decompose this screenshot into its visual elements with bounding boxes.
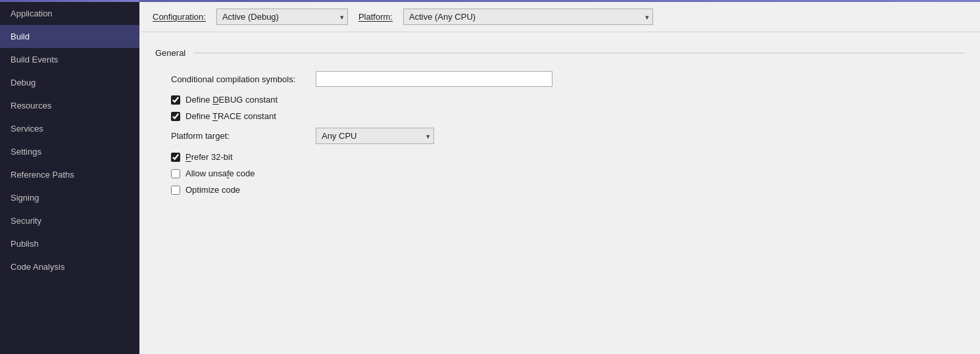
optimize-code-row: Optimize code bbox=[155, 185, 964, 195]
sidebar-item-build[interactable]: Build bbox=[0, 25, 139, 48]
sidebar-item-application[interactable]: Application bbox=[0, 2, 139, 25]
general-section-header: General bbox=[155, 48, 964, 58]
platform-select-wrapper: Active (Any CPU) Any CPU x86 x64 ▾ bbox=[403, 9, 653, 25]
platform-target-select[interactable]: Any CPU x86 x64 ARM bbox=[316, 128, 434, 144]
configuration-label: Configuration: bbox=[153, 12, 206, 22]
prefer-32bit-label: Prefer 32-bit bbox=[185, 152, 233, 162]
main-panel: Configuration: Active (Debug) Debug Rele… bbox=[139, 0, 980, 354]
sidebar-item-build-events[interactable]: Build Events bbox=[0, 48, 139, 71]
define-trace-checkbox[interactable] bbox=[171, 112, 180, 121]
define-debug-row: Define DEBUG constant bbox=[155, 95, 964, 105]
general-section-title: General bbox=[155, 48, 185, 58]
config-bar: Configuration: Active (Debug) Debug Rele… bbox=[139, 2, 980, 32]
sidebar-item-publish[interactable]: Publish bbox=[0, 232, 139, 255]
sidebar-item-debug[interactable]: Debug bbox=[0, 71, 139, 94]
platform-target-label: Platform target: bbox=[171, 131, 316, 141]
sidebar-item-settings[interactable]: Settings bbox=[0, 140, 139, 163]
conditional-symbols-row: Conditional compilation symbols: bbox=[155, 71, 964, 87]
sidebar-item-security[interactable]: Security bbox=[0, 209, 139, 232]
sidebar: Application Build Build Events Debug Res… bbox=[0, 0, 139, 354]
general-section-line bbox=[193, 53, 964, 53]
sidebar-item-reference-paths[interactable]: Reference Paths bbox=[0, 163, 139, 186]
prefer-32bit-row: Prefer 32-bit bbox=[155, 152, 964, 162]
optimize-code-label: Optimize code bbox=[185, 185, 240, 195]
define-trace-row: Define TRACE constant bbox=[155, 111, 964, 121]
sidebar-item-services[interactable]: Services bbox=[0, 117, 139, 140]
define-debug-checkbox[interactable] bbox=[171, 95, 180, 105]
configuration-select[interactable]: Active (Debug) Debug Release bbox=[216, 9, 348, 25]
sidebar-item-resources[interactable]: Resources bbox=[0, 94, 139, 117]
allow-unsafe-checkbox[interactable] bbox=[171, 169, 180, 178]
define-debug-label: Define DEBUG constant bbox=[185, 95, 278, 105]
allow-unsafe-label: Allow unsafe code bbox=[185, 168, 255, 178]
sidebar-item-code-analysis[interactable]: Code Analysis bbox=[0, 255, 139, 278]
platform-label: Platform: bbox=[358, 12, 393, 22]
platform-target-row: Platform target: Any CPU x86 x64 ARM ▾ bbox=[155, 128, 964, 144]
configuration-select-wrapper: Active (Debug) Debug Release ▾ bbox=[216, 9, 348, 25]
build-settings-content: General Conditional compilation symbols:… bbox=[139, 32, 980, 354]
platform-select[interactable]: Active (Any CPU) Any CPU x86 x64 bbox=[403, 9, 653, 25]
conditional-symbols-input[interactable] bbox=[316, 71, 552, 87]
define-trace-label: Define TRACE constant bbox=[185, 111, 276, 121]
prefer-32bit-checkbox[interactable] bbox=[171, 153, 180, 162]
conditional-symbols-label: Conditional compilation symbols: bbox=[171, 74, 316, 84]
allow-unsafe-row: Allow unsafe code bbox=[155, 168, 964, 178]
platform-target-select-wrapper: Any CPU x86 x64 ARM ▾ bbox=[316, 128, 434, 144]
sidebar-item-signing[interactable]: Signing bbox=[0, 186, 139, 209]
optimize-code-checkbox[interactable] bbox=[171, 186, 180, 195]
